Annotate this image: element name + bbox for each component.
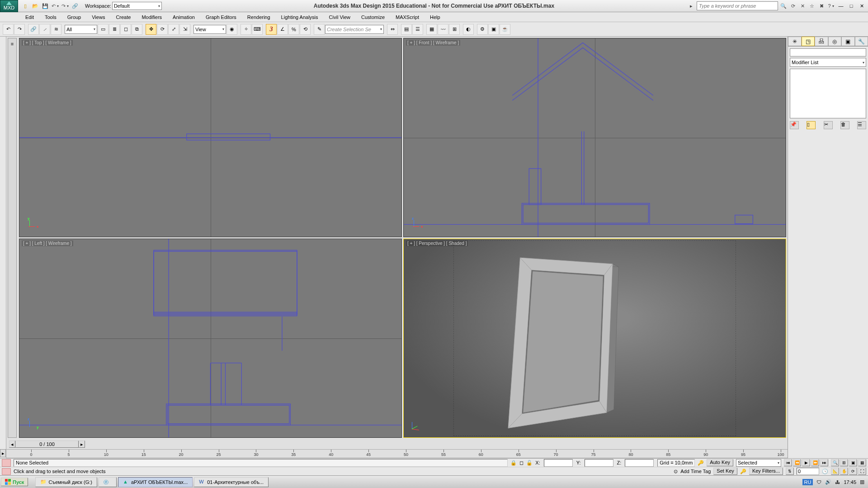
search-icon[interactable]: 🔍 <box>779 2 788 10</box>
exchange-icon[interactable]: ✕ <box>798 2 807 10</box>
viewport-label[interactable]: [ + ] [ Front ] [ Wireframe ] <box>406 40 460 46</box>
curve-editor-button[interactable]: 〰 <box>438 24 448 35</box>
isolate-icon[interactable]: ◻ <box>519 460 524 466</box>
prev-frame-button[interactable]: ⏪ <box>793 459 801 466</box>
render-setup-button[interactable]: ⚙ <box>477 24 488 35</box>
title-flyout-icon[interactable]: ▸ <box>687 2 695 10</box>
menu-animation[interactable]: Animation <box>167 13 200 21</box>
project-icon[interactable]: 🔗 <box>71 1 80 10</box>
set-key-button[interactable]: Set Key <box>713 468 737 475</box>
tab-utilities[interactable]: 🔧 <box>855 37 868 46</box>
modifier-list-combo[interactable]: Modifier List▾ <box>790 58 866 67</box>
time-ruler[interactable]: 0510152025303540455055606570758085909510… <box>6 449 788 458</box>
pin-stack-icon[interactable]: 📌 <box>790 121 799 129</box>
tray-network-icon[interactable]: 🖧 <box>835 479 840 485</box>
menu-modifiers[interactable]: Modifiers <box>136 13 167 21</box>
minimize-button[interactable]: — <box>836 2 845 9</box>
x-coord-field[interactable] <box>544 459 573 467</box>
link-button[interactable]: 🔗 <box>28 24 39 35</box>
key-filters-button[interactable]: Key Filters... <box>749 468 783 475</box>
select-scale-button[interactable]: ⤢ <box>168 24 179 35</box>
percent-snap-button[interactable]: % <box>288 24 299 35</box>
expand-toolbar-icon[interactable]: ▸ <box>0 449 6 457</box>
schematic-view-button[interactable]: ⊞ <box>449 24 460 35</box>
maximize-viewport-icon[interactable]: ⛶ <box>858 468 866 475</box>
use-pivot-center-button[interactable]: ◉ <box>226 24 237 35</box>
spinner-snap-button[interactable]: ⟲ <box>300 24 311 35</box>
unlink-button[interactable]: ⟋ <box>39 24 50 35</box>
viewport-perspective[interactable]: [ + ] [ Perspective ] [ Shaded ] <box>403 239 786 438</box>
help-icon[interactable]: ?▾ <box>827 2 835 10</box>
time-tag-field[interactable]: Add Time Tag <box>680 469 711 474</box>
auto-key-button[interactable]: Auto Key <box>707 459 733 466</box>
select-rotate-button[interactable]: ⟳ <box>157 24 168 35</box>
tab-motion[interactable]: ◎ <box>828 37 842 46</box>
named-selection-combo[interactable]: Create Selection Se▾ <box>325 25 384 34</box>
selection-lock-icon[interactable]: 🔓 <box>526 460 533 466</box>
fov-icon[interactable]: 📐 <box>831 468 839 475</box>
scene-explorer-collapsed[interactable]: ≡ <box>8 38 17 438</box>
zoom-icon[interactable]: 🔍 <box>831 459 839 466</box>
select-move-button[interactable]: ✥ <box>146 24 156 35</box>
menu-customize[interactable]: Customize <box>356 13 390 21</box>
time-next-button[interactable]: ▸ <box>79 441 85 448</box>
open-icon[interactable]: 📂 <box>31 1 40 10</box>
menu-maxscript[interactable]: MAXScript <box>390 13 425 21</box>
current-frame-spinner[interactable]: 0 <box>797 468 819 475</box>
infocenter-search[interactable] <box>697 1 778 10</box>
menu-tools[interactable]: Tools <box>39 13 62 21</box>
pan-icon[interactable]: ✋ <box>840 468 848 475</box>
time-prev-button[interactable]: ◂ <box>9 441 15 448</box>
select-by-name-button[interactable]: ≣ <box>109 24 120 35</box>
undo-button[interactable]: ↶ <box>3 24 14 35</box>
task-item-3dsmax[interactable]: ▲аРХИТ ОБЪЕКТЫ.max... <box>118 477 193 487</box>
z-coord-field[interactable] <box>625 459 654 467</box>
tab-display[interactable]: ▣ <box>841 37 855 46</box>
key-mode-icon[interactable]: 🔑 <box>740 469 746 474</box>
script-listener-icon[interactable] <box>2 468 11 475</box>
task-item-word[interactable]: W01-Архитектурные объ... <box>194 477 269 487</box>
menu-group[interactable]: Group <box>62 13 87 21</box>
key-mode-toggle-icon[interactable]: ⇅ <box>786 468 794 475</box>
show-end-result-icon[interactable]: ▯ <box>807 121 816 129</box>
tab-modify[interactable]: ◳ <box>802 37 815 46</box>
undo-icon[interactable]: ↶▾ <box>51 1 60 10</box>
orbit-icon[interactable]: ⟳ <box>849 468 857 475</box>
viewport-label[interactable]: [ + ] [ Top ] [ Wireframe ] <box>22 40 73 46</box>
tray-volume-icon[interactable]: 🔊 <box>825 479 831 485</box>
edit-named-sel-button[interactable]: ✎ <box>314 24 325 35</box>
modifier-stack[interactable] <box>790 69 866 118</box>
ref-coord-combo[interactable]: View▾ <box>193 25 226 34</box>
goto-start-button[interactable]: ⏮ <box>784 459 792 466</box>
select-object-button[interactable]: ▭ <box>98 24 108 35</box>
menu-help[interactable]: Help <box>425 13 446 21</box>
select-manipulate-button[interactable]: ✧ <box>241 24 251 35</box>
adaptive-degradation-icon[interactable]: 🔑 <box>698 460 704 466</box>
close-button[interactable]: ✕ <box>857 2 866 9</box>
time-config-icon[interactable]: 🕓 <box>822 469 828 474</box>
graphite-ribbon-button[interactable]: ▦ <box>426 24 437 35</box>
rect-region-button[interactable]: ◻ <box>120 24 131 35</box>
goto-end-button[interactable]: ⏭ <box>820 459 828 466</box>
render-production-button[interactable]: ☕ <box>500 24 510 35</box>
zoom-all-icon[interactable]: ⊞ <box>840 459 848 466</box>
viewport-front[interactable]: [ + ] [ Front ] [ Wireframe ] xz <box>403 38 786 237</box>
autodesk360-icon[interactable]: ✖ <box>817 2 826 10</box>
workspace-combo[interactable]: Default▾ <box>112 2 162 10</box>
viewport-label[interactable]: [ + ] [ Left ] [ Wireframe ] <box>22 240 73 246</box>
app-menu-button[interactable]: MXD <box>0 0 18 12</box>
comm-center-icon[interactable]: ⊙ <box>674 469 678 474</box>
lock-selection-icon[interactable]: 🔒 <box>510 460 517 466</box>
menu-rendering[interactable]: Rendering <box>242 13 276 21</box>
select-place-button[interactable]: ⇲ <box>179 24 190 35</box>
new-icon[interactable]: ▯ <box>21 1 30 10</box>
play-button[interactable]: ▶ <box>802 459 810 466</box>
mirror-button[interactable]: ⇔ <box>387 24 398 35</box>
viewport-left[interactable]: [ + ] [ Left ] [ Wireframe ] zy <box>19 239 402 438</box>
make-unique-icon[interactable]: ✂ <box>824 121 833 129</box>
start-button[interactable]: Пуск <box>1 478 28 486</box>
configure-sets-icon[interactable]: ☰ <box>857 121 866 129</box>
key-filter-selected-combo[interactable]: Selected▾ <box>736 459 781 467</box>
object-name-field[interactable] <box>790 48 866 56</box>
y-coord-field[interactable] <box>585 459 613 467</box>
